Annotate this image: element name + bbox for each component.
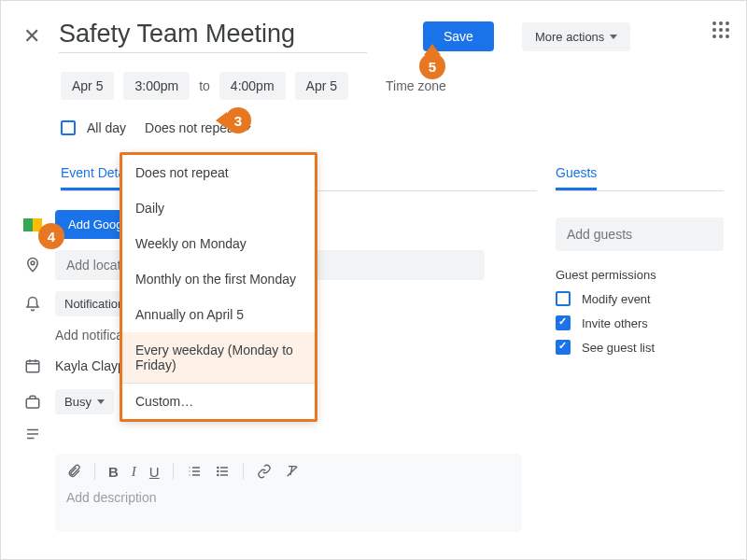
close-icon[interactable]: ✕ bbox=[23, 24, 40, 49]
text-icon bbox=[23, 426, 42, 442]
svg-point-7 bbox=[217, 474, 218, 475]
all-day-checkbox[interactable] bbox=[61, 120, 76, 135]
svg-rect-2 bbox=[26, 399, 39, 408]
see-guest-list-checkbox[interactable] bbox=[556, 340, 571, 355]
location-icon bbox=[23, 257, 42, 273]
start-time-chip[interactable]: 3:00pm bbox=[123, 72, 190, 100]
see-guest-list-label: See guest list bbox=[582, 341, 655, 355]
callout-5: 5 bbox=[419, 53, 445, 79]
repeat-option[interactable]: Every weekday (Monday to Friday) bbox=[122, 332, 315, 383]
repeat-option[interactable]: Does not repeat bbox=[122, 155, 315, 190]
modify-event-label: Modify event bbox=[582, 292, 651, 306]
attach-icon[interactable] bbox=[66, 464, 81, 479]
tab-guests[interactable]: Guests bbox=[556, 158, 597, 190]
end-time-chip[interactable]: 4:00pm bbox=[219, 72, 286, 100]
chevron-down-icon bbox=[610, 35, 617, 39]
modify-event-checkbox[interactable] bbox=[556, 291, 571, 306]
callout-3: 3 bbox=[225, 107, 251, 133]
all-day-label: All day bbox=[87, 120, 126, 135]
calendar-icon bbox=[23, 357, 42, 374]
description-toolbar: B I U bbox=[66, 463, 511, 480]
repeat-option-custom[interactable]: Custom… bbox=[122, 384, 315, 419]
start-date-chip[interactable]: Apr 5 bbox=[61, 72, 114, 100]
list-numbered-icon[interactable] bbox=[187, 464, 202, 479]
busy-label: Busy bbox=[64, 395, 92, 409]
italic-icon[interactable]: I bbox=[132, 464, 136, 480]
svg-point-5 bbox=[217, 467, 218, 468]
repeat-option[interactable]: Monthly on the first Monday bbox=[122, 261, 315, 297]
clear-format-icon[interactable] bbox=[285, 464, 300, 479]
repeat-dropdown: Does not repeat Daily Weekly on Monday M… bbox=[120, 152, 317, 422]
more-actions-button[interactable]: More actions bbox=[522, 22, 630, 51]
description-placeholder[interactable]: Add description bbox=[66, 490, 157, 505]
busy-dropdown[interactable]: Busy bbox=[55, 389, 114, 414]
invite-others-checkbox[interactable] bbox=[556, 315, 571, 330]
repeat-option[interactable]: Weekly on Monday bbox=[122, 226, 315, 261]
timezone-link[interactable]: Time zone bbox=[386, 78, 446, 93]
add-guests-input[interactable] bbox=[556, 217, 724, 251]
bold-icon[interactable]: B bbox=[108, 464, 119, 480]
notification-label: Notification bbox=[64, 297, 124, 311]
list-bullet-icon[interactable] bbox=[215, 464, 230, 479]
invite-others-label: Invite others bbox=[582, 316, 648, 330]
apps-grid-icon[interactable] bbox=[712, 21, 729, 38]
underline-icon[interactable]: U bbox=[149, 464, 160, 480]
end-date-chip[interactable]: Apr 5 bbox=[295, 72, 348, 100]
svg-point-0 bbox=[31, 261, 35, 265]
event-title-input[interactable] bbox=[59, 20, 367, 53]
callout-4: 4 bbox=[38, 223, 64, 249]
briefcase-icon bbox=[23, 394, 42, 411]
repeat-option[interactable]: Annually on April 5 bbox=[122, 297, 315, 332]
guest-permissions-title: Guest permissions bbox=[556, 268, 724, 282]
svg-rect-1 bbox=[26, 361, 39, 372]
chevron-down-icon bbox=[97, 399, 105, 404]
more-actions-label: More actions bbox=[535, 30, 604, 44]
bell-icon bbox=[23, 296, 42, 313]
link-icon[interactable] bbox=[257, 464, 272, 479]
svg-point-6 bbox=[217, 470, 218, 471]
repeat-option[interactable]: Daily bbox=[122, 190, 315, 226]
to-label: to bbox=[199, 78, 210, 93]
